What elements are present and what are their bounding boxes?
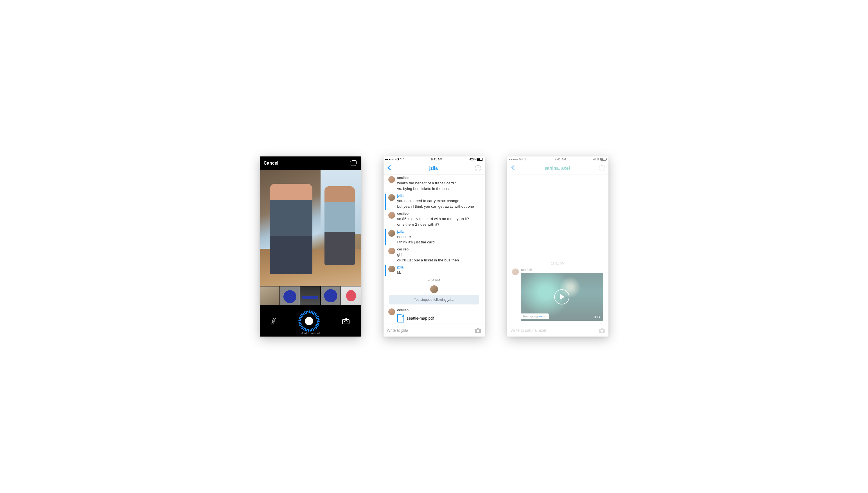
thumbnail[interactable] — [321, 286, 341, 305]
message-row: cecilebwhat's the benefit of a transit c… — [384, 174, 485, 192]
message-list[interactable]: 12:01 AM cecileb 0:14 Encrypting — [507, 174, 609, 324]
record-hint: Hold to record — [260, 331, 361, 335]
shutter-button[interactable] — [298, 310, 320, 332]
carrier-label: 4G — [395, 157, 399, 161]
message-line: but yeah I think you can get away withou… — [397, 204, 482, 209]
status-bar: 4G 9:41 AM 42% — [507, 156, 609, 162]
thumbnail[interactable] — [260, 286, 279, 305]
system-message: You stopped following jzila. — [384, 283, 485, 307]
message-author: cecileb — [521, 268, 603, 272]
avatar[interactable] — [388, 308, 395, 315]
chat-title[interactable]: sabina, axel — [544, 166, 570, 171]
camera-controls: Hold to record — [260, 306, 361, 337]
message-author: jzila — [397, 229, 482, 234]
video-message: cecileb 0:14 Encrypting — [507, 266, 609, 324]
message-accent-bar — [385, 229, 386, 246]
message-author: jzila — [397, 265, 482, 270]
message-accent-bar — [385, 194, 386, 210]
play-icon[interactable] — [554, 289, 569, 304]
gallery-icon[interactable] — [350, 160, 357, 166]
avatar — [430, 285, 438, 293]
message-line: ghh — [397, 252, 482, 257]
message-row: cecilebso $5 is only the card with no mo… — [384, 210, 485, 228]
carrier-label: 4G — [519, 157, 523, 161]
compose-bar — [384, 324, 485, 337]
message-author: cecileb — [397, 211, 482, 216]
thumbnail[interactable] — [341, 286, 361, 305]
camera-icon[interactable] — [598, 327, 605, 333]
signal-dots-icon — [385, 159, 394, 160]
wifi-icon — [524, 158, 527, 161]
compose-input[interactable] — [387, 328, 472, 333]
svg-point-2 — [402, 160, 402, 161]
back-button[interactable] — [511, 165, 516, 171]
camera-icon[interactable] — [475, 327, 481, 333]
avatar[interactable] — [388, 266, 395, 272]
message-list[interactable]: cecilebwhat's the benefit of a transit c… — [384, 174, 485, 324]
wifi-icon — [400, 158, 404, 161]
message-accent-bar — [385, 308, 386, 323]
encrypting-label: Encrypting — [523, 315, 538, 318]
attachment-name: seattle-map.pdf — [407, 316, 434, 321]
avatar[interactable] — [512, 269, 519, 275]
thumbnail[interactable] — [300, 286, 320, 305]
message-accent-bar — [385, 247, 386, 263]
avatar[interactable] — [388, 248, 395, 254]
message-row: jzilakk — [384, 264, 485, 276]
file-attachment[interactable]: seattle-map.pdf — [397, 314, 482, 322]
battery-icon — [600, 158, 607, 161]
status-time: 9:41 AM — [555, 157, 566, 161]
flip-camera-icon[interactable] — [342, 317, 350, 325]
compose-bar — [507, 324, 609, 337]
thumbnail-strip — [260, 286, 361, 306]
message-line: kk — [397, 270, 482, 276]
battery-pct: 42% — [593, 157, 599, 161]
info-button[interactable]: i — [599, 165, 605, 171]
message-content: jzilayou don't need to carry exact chang… — [397, 194, 482, 210]
battery-pct: 42% — [469, 157, 476, 161]
avatar[interactable] — [388, 176, 395, 183]
message-author: jzila — [397, 194, 482, 198]
message-line: ok I'll just buy a ticket in the bus the… — [397, 258, 482, 263]
info-button[interactable]: i — [475, 165, 481, 171]
svg-point-4 — [477, 329, 479, 332]
message-author: cecileb — [397, 176, 482, 180]
compose-input[interactable] — [511, 328, 596, 333]
svg-point-7 — [600, 329, 603, 332]
nav-bar: sabina, axel i — [507, 162, 609, 174]
avatar[interactable] — [388, 194, 395, 201]
message-content: cecilebseattle-map.pdf — [397, 308, 482, 323]
file-icon — [397, 314, 404, 322]
camera-screen: Cancel Hold to record — [260, 156, 361, 337]
video-thumbnail[interactable]: 0:14 Encrypting — [521, 273, 603, 321]
chat-screen-sabina-axel: 4G 9:41 AM 42% sabina, axel i 12:01 AM c… — [507, 156, 609, 337]
message-author: cecileb — [397, 308, 482, 313]
avatar[interactable] — [388, 212, 395, 219]
camera-header: Cancel — [260, 156, 361, 170]
encrypting-badge: Encrypting — [521, 314, 549, 319]
cancel-button[interactable]: Cancel — [264, 161, 278, 166]
message-line: not sure — [397, 234, 482, 240]
video-duration: 0:14 — [594, 315, 600, 319]
message-content: cecilebghhok I'll just buy a ticket in t… — [397, 247, 482, 263]
chat-title[interactable]: jzila — [429, 166, 437, 171]
flash-off-icon[interactable] — [271, 317, 276, 325]
nav-bar: jzila i — [384, 162, 485, 174]
back-button[interactable] — [387, 165, 392, 171]
svg-point-5 — [526, 160, 526, 161]
avatar[interactable] — [388, 230, 395, 237]
message-accent-bar — [385, 176, 386, 192]
message-row: jzilanot sureI think it's just the card — [384, 228, 485, 246]
progress-bar — [539, 316, 547, 317]
message-author: cecileb — [397, 247, 482, 252]
time-divider: 4:54 PM — [384, 276, 485, 283]
thumbnail[interactable] — [280, 286, 300, 305]
message-row: jzilayou don't need to carry exact chang… — [384, 192, 485, 211]
system-banner: You stopped following jzila. — [389, 295, 479, 304]
message-content: cecilebso $5 is only the card with no mo… — [397, 211, 482, 228]
message-row: cecilebghhok I'll just buy a ticket in t… — [384, 246, 485, 264]
message-accent-bar — [385, 265, 386, 276]
message-content: jzilakk — [397, 265, 482, 276]
message-line: vs. bying bus tickets in the bus — [397, 186, 482, 192]
time-divider: 12:01 AM — [507, 259, 609, 266]
